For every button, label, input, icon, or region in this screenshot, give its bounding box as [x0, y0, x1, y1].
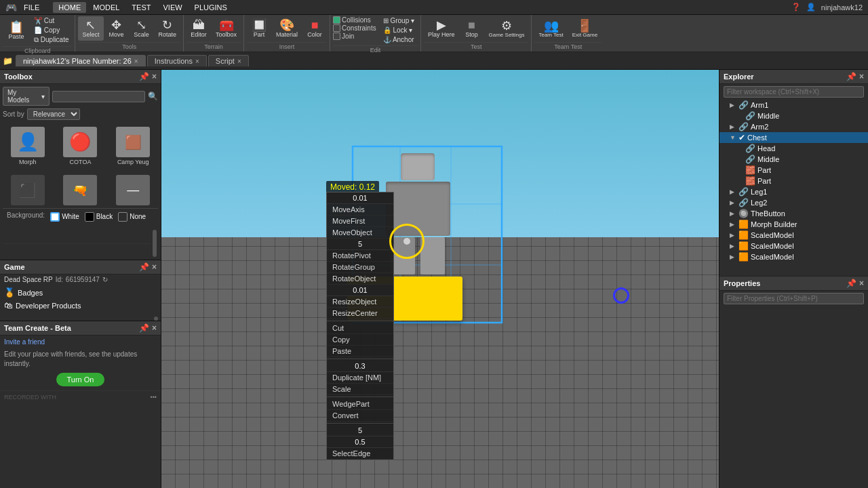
cmd-cut[interactable]: Cut — [327, 323, 393, 334]
explorer-close-icon[interactable]: × — [859, 72, 864, 81]
tree-head[interactable]: ▶ 🔗 Head — [719, 143, 868, 154]
bg-none-option[interactable]: None — [118, 212, 146, 222]
tree-leg1[interactable]: ▶ 🔗 Leg1 — [719, 186, 868, 197]
file-menu[interactable]: FILE — [21, 3, 42, 12]
tab-script[interactable]: Script × — [208, 55, 249, 66]
lock-button[interactable]: 🔒 Lock ▾ — [380, 26, 418, 35]
tree-chest[interactable]: ▼ ✔ Chest — [719, 132, 868, 143]
game-refresh-icon[interactable]: ↻ — [102, 276, 108, 283]
explorer-pin-icon[interactable]: 📌 — [846, 72, 856, 81]
turn-on-button[interactable]: Turn On — [56, 373, 105, 386]
scaled1-arrow[interactable]: ▶ — [730, 232, 736, 239]
tree-part2[interactable]: ▶ 🧱 Part — [719, 176, 868, 186]
editor-button[interactable]: 🏔 Editor — [186, 16, 211, 41]
model-item-4[interactable]: ⬛ — [3, 172, 53, 208]
tab-script-close[interactable]: × — [237, 58, 241, 65]
cmd-selectedge[interactable]: SelectEdge — [327, 448, 393, 460]
bg-black-option[interactable]: Black — [85, 212, 113, 222]
toolbox-pin-icon[interactable]: 📌 — [139, 72, 149, 81]
tree-leg2[interactable]: ▶ 🔗 Leg2 — [719, 197, 868, 208]
game-developer-products-item[interactable]: 🛍 Developer Products — [4, 299, 157, 312]
scrollbar-thumb[interactable] — [153, 230, 157, 257]
scale-button[interactable]: ⤡ Scale — [130, 16, 154, 41]
color-button[interactable]: ■ Color — [302, 16, 327, 41]
user-icon[interactable]: 👤 — [806, 3, 816, 12]
tree-morph-builder[interactable]: ▶ 🟧 Morph Builder — [719, 219, 868, 230]
search-icon[interactable]: 🔍 — [148, 92, 158, 101]
toolbox-search-input[interactable] — [52, 91, 145, 102]
properties-close-icon[interactable]: × — [859, 279, 864, 288]
leg1-arrow[interactable]: ▶ — [730, 188, 736, 195]
join-check[interactable]: Join — [333, 33, 376, 40]
leg2-arrow[interactable]: ▶ — [730, 199, 736, 206]
anchor-button[interactable]: ⚓ Anchor — [380, 35, 418, 44]
model-item-5[interactable]: 🔫 — [56, 172, 106, 208]
play-here-button[interactable]: ▶ Play Here — [424, 16, 459, 41]
scaled3-arrow[interactable]: ▶ — [730, 253, 736, 260]
thebutton-arrow[interactable]: ▶ — [730, 210, 736, 217]
cmd-resizeobject[interactable]: ResizeObject — [327, 296, 393, 308]
menu-view[interactable]: VIEW — [157, 2, 187, 13]
tab-place[interactable]: ninjahawk12's Place Number: 26 × — [16, 55, 146, 66]
stop-button[interactable]: ■ Stop — [460, 16, 484, 41]
team-close-icon[interactable]: × — [152, 323, 157, 333]
arm1-arrow[interactable]: ▶ — [730, 102, 736, 108]
my-models-dropdown[interactable]: My Models ▾ — [3, 87, 50, 106]
scaled2-arrow[interactable]: ▶ — [730, 243, 736, 249]
game-close-icon[interactable]: × — [152, 262, 157, 272]
cmd-rotatepivot[interactable]: RotatePivot — [327, 250, 393, 262]
tree-arm2[interactable]: ▶ 🔗 Arm2 — [719, 121, 868, 132]
cmd-duplicate[interactable]: Duplicate [NM] — [327, 372, 393, 384]
cmd-convert[interactable]: Convert — [327, 410, 393, 422]
toolbox-close-icon[interactable]: × — [152, 72, 157, 81]
copy-button[interactable]: 📄 Copy — [31, 26, 72, 35]
cmd-resizecenter[interactable]: ResizeCenter — [327, 308, 393, 319]
morphbuilder-arrow[interactable]: ▶ — [730, 221, 736, 228]
model-item-morph[interactable]: 👤 Morph — [3, 124, 53, 168]
tree-part1[interactable]: ▶ 🧱 Part — [719, 165, 868, 176]
tab-place-close[interactable]: × — [134, 58, 138, 65]
menu-plugins[interactable]: PLUGINS — [189, 2, 233, 13]
collisions-check[interactable]: Collisions — [333, 16, 376, 24]
cmd-movefirst[interactable]: MoveFirst — [327, 216, 393, 227]
team-test-button[interactable]: 👥 Team Test — [534, 16, 567, 41]
tab-instructions[interactable]: Instructions × — [147, 55, 207, 66]
toolbox-button[interactable]: 🧰 Toolbox — [212, 16, 241, 41]
game-settings-button[interactable]: ⚙ Game Settings — [485, 16, 529, 41]
cmd-wedgepart[interactable]: WedgePart — [327, 399, 393, 410]
tree-scaled3[interactable]: ▶ 🟧 ScaledModel — [719, 251, 868, 262]
tree-thebutton[interactable]: ▶ 🔘 TheButton — [719, 208, 868, 219]
tab-instructions-close[interactable]: × — [195, 58, 199, 65]
cmd-moveaxis[interactable]: MoveAxis — [327, 204, 393, 216]
move-button[interactable]: ✥ Move — [104, 16, 129, 41]
viewport[interactable]: Moved: 0.12 0.01 MoveAxis MoveFirst Move… — [161, 70, 719, 488]
invite-friend-link[interactable]: Invite a friend — [0, 336, 161, 348]
game-pin-icon[interactable]: 📌 — [139, 262, 149, 272]
chest-arrow[interactable]: ▼ — [730, 134, 736, 141]
cmd-rotategroup[interactable]: RotateGroup — [327, 262, 393, 273]
duplicate-button[interactable]: ⧉ Duplicate — [31, 35, 72, 45]
material-button[interactable]: 🎨 Material — [272, 16, 302, 41]
sort-dropdown[interactable]: Relevance — [27, 108, 80, 120]
help-icon[interactable]: ❓ — [791, 3, 801, 12]
game-badges-item[interactable]: 🏅 Badges — [4, 286, 157, 299]
cmd-copy[interactable]: Copy — [327, 334, 393, 346]
cmd-rotateobject[interactable]: RotateObject — [327, 273, 393, 285]
properties-pin-icon[interactable]: 📌 — [846, 279, 856, 288]
viewport-canvas[interactable] — [161, 70, 719, 488]
cmd-paste[interactable]: Paste — [327, 346, 393, 357]
properties-filter-input[interactable] — [724, 293, 864, 304]
paste-button[interactable]: 📋 Paste — [3, 16, 30, 45]
model-item-camp[interactable]: 🟫 Camp Yeug — [108, 124, 158, 168]
dots-menu[interactable]: ••• — [151, 394, 157, 401]
constraints-check[interactable]: Constraints — [333, 24, 376, 32]
rotate-button[interactable]: ↻ Rotate — [155, 16, 181, 41]
tree-middle2[interactable]: ▶ 🔗 Middle — [719, 154, 868, 165]
model-item-cotoa[interactable]: 🔴 COTOA — [56, 124, 106, 168]
arm2-arrow[interactable]: ▶ — [730, 123, 736, 130]
tree-middle1[interactable]: ▶ 🔗 Middle — [719, 110, 868, 121]
bg-white-option[interactable]: White — [50, 212, 79, 222]
select-button[interactable]: ↖ Select — [78, 16, 103, 41]
menu-home[interactable]: HOME — [53, 2, 86, 13]
team-pin-icon[interactable]: 📌 — [139, 323, 149, 333]
